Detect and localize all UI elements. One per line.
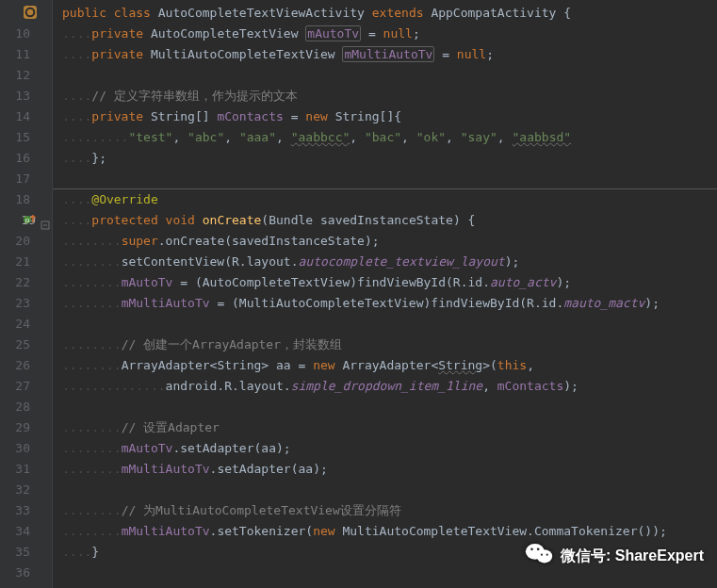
code-editor[interactable]: 9 10 11 12 13 14 15 16 17 18 19 o 20 21 … xyxy=(0,0,717,588)
line-number: 32 xyxy=(0,480,40,500)
wechat-icon xyxy=(525,541,553,571)
line-number: 36 xyxy=(0,563,40,583)
line-number: 22 xyxy=(0,272,40,293)
line-number: 29 xyxy=(0,417,40,438)
code-line: ........mMultiAutoTv.setTokenizer(new Mu… xyxy=(62,521,717,542)
line-number: 23 xyxy=(0,293,40,314)
line-number: 18 xyxy=(0,189,40,210)
code-line: ........mAutoTv = (AutoCompleteTextView)… xyxy=(62,272,717,293)
svg-text:o: o xyxy=(25,216,30,224)
code-area[interactable]: public class AutoCompleteTextViewActivit… xyxy=(53,0,717,588)
code-line: ....private MultiAutoCompleteTextView mM… xyxy=(62,44,717,65)
svg-point-9 xyxy=(546,554,548,556)
code-line: ........mMultiAutoTv.setAdapter(aa); xyxy=(62,459,717,480)
code-line: ........ArrayAdapter<String> aa = new Ar… xyxy=(62,355,717,376)
code-line: ........."test", "abc", "aaa", "aabbcc",… xyxy=(62,127,717,148)
line-number-current: 19 o xyxy=(0,210,40,231)
line-number: 24 xyxy=(0,314,40,335)
code-line: ........setContentView(R.layout.autocomp… xyxy=(62,252,717,272)
code-line: ....private String[] mContacts = new Str… xyxy=(62,106,717,127)
line-number: 28 xyxy=(0,397,40,417)
fold-strip xyxy=(41,0,53,588)
line-number: 11 xyxy=(0,44,40,65)
svg-point-7 xyxy=(537,548,540,551)
override-up-icon[interactable]: o xyxy=(23,212,38,227)
line-number: 9 xyxy=(0,3,40,24)
line-number: 10 xyxy=(0,24,40,44)
line-number: 27 xyxy=(0,376,40,397)
line-number: 15 xyxy=(0,127,40,148)
code-line: ........// 为MultiAutoCompleteTextView设置分… xyxy=(62,500,717,521)
code-line: public class AutoCompleteTextViewActivit… xyxy=(62,3,717,24)
watermark-text: 微信号: ShareExpert xyxy=(561,546,704,566)
fold-handle-icon[interactable] xyxy=(41,216,50,237)
code-line: ....@Override xyxy=(62,189,717,210)
code-line xyxy=(62,480,717,500)
line-number: 13 xyxy=(0,86,40,106)
svg-point-6 xyxy=(530,548,533,551)
code-line: ........// 创建一个ArrayAdapter，封装数组 xyxy=(62,335,717,355)
line-number: 35 xyxy=(0,542,40,563)
line-number: 33 xyxy=(0,500,40,521)
line-number: 20 xyxy=(0,231,40,252)
class-icon xyxy=(23,5,38,20)
method-separator xyxy=(53,188,717,189)
line-number: 12 xyxy=(0,65,40,86)
svg-point-5 xyxy=(536,549,552,563)
line-number: 30 xyxy=(0,438,40,459)
svg-point-8 xyxy=(541,554,543,556)
watermark: 微信号: ShareExpert xyxy=(525,541,704,571)
line-number: 26 xyxy=(0,355,40,376)
code-line: ........mAutoTv.setAdapter(aa); xyxy=(62,438,717,459)
line-number: 16 xyxy=(0,148,40,169)
code-line: ........// 设置Adapter xyxy=(62,417,717,438)
code-line: ....// 定义字符串数组，作为提示的文本 xyxy=(62,86,717,106)
code-line: ....private AutoCompleteTextView mAutoTv… xyxy=(62,24,717,44)
line-number: 25 xyxy=(0,335,40,355)
code-line: ....protected void onCreate(Bundle saved… xyxy=(62,210,717,231)
line-number-gutter: 9 10 11 12 13 14 15 16 17 18 19 o 20 21 … xyxy=(0,0,41,588)
code-line xyxy=(62,65,717,86)
line-number: 21 xyxy=(0,252,40,272)
code-line xyxy=(62,169,717,189)
code-line: ........super.onCreate(savedInstanceStat… xyxy=(62,231,717,252)
line-number: 31 xyxy=(0,459,40,480)
line-number: 17 xyxy=(0,169,40,189)
line-number: 34 xyxy=(0,521,40,542)
code-line xyxy=(62,397,717,417)
line-number: 14 xyxy=(0,106,40,127)
code-line: ..............android.R.layout.simple_dr… xyxy=(62,376,717,397)
code-line: ........mMultiAutoTv = (MultiAutoComplet… xyxy=(62,293,717,314)
code-line: ....}; xyxy=(62,148,717,169)
code-line xyxy=(62,314,717,335)
